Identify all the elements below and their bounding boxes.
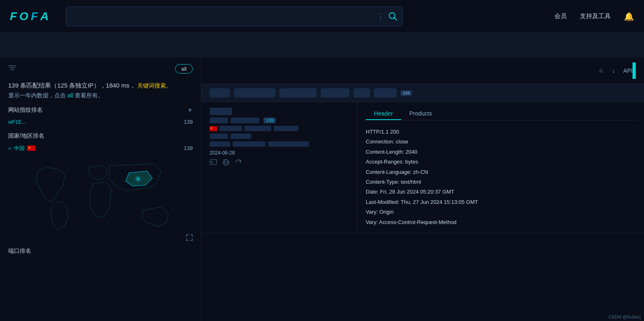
svg-point-15 [136, 177, 139, 180]
download-button[interactable]: ↓ [612, 67, 615, 74]
search-options-icon[interactable]: ⋮ [377, 12, 384, 21]
tab-products[interactable]: Products [401, 108, 440, 120]
filter-icon[interactable] [8, 65, 16, 73]
fingerprint-filter-icon[interactable]: ▼ [187, 107, 193, 113]
accept-ranges-header: Accept-Ranges: bytes [366, 157, 636, 166]
http-status: HTTP/1.1 200 [366, 127, 636, 136]
api-button[interactable]: API [623, 67, 632, 74]
search-input[interactable]: body="金斗云 Copyright" [71, 13, 377, 20]
result-left-panel: 139 [201, 102, 358, 233]
tabs-row: Header Products [366, 108, 636, 120]
sub-info2: 查看所有。 [75, 92, 104, 99]
search-bar: body="金斗云 Copyright" ⋮ [66, 7, 403, 26]
blurred-long1 [210, 141, 230, 147]
fingerprint-count: 139 [184, 119, 193, 125]
sidebar: all 139 条匹配结果（125 条独立IP），1840 ms， 关键词搜索。… [0, 58, 201, 321]
api-label: API [623, 67, 632, 74]
all-data-link[interactable]: all [67, 92, 73, 99]
result-flag-icon [210, 126, 217, 131]
fingerprint-name: wF1E... [8, 119, 26, 125]
result-right-panel: Header Products HTTP/1.1 200 Connection:… [358, 102, 644, 233]
nav-member[interactable]: 会员 [554, 12, 567, 20]
all-badge[interactable]: all [175, 64, 193, 74]
svg-point-10 [107, 178, 108, 178]
blurred-extra2 [231, 134, 251, 139]
blurred-long2 [233, 141, 265, 147]
result-second-row: 139 [210, 118, 349, 123]
favorite-button[interactable]: ☆ ☆ [598, 67, 604, 74]
sidebar-controls: all [8, 64, 193, 74]
result-action-icons [210, 159, 349, 167]
fingerprint-item[interactable]: wF1E... 139 [8, 117, 193, 127]
svg-line-1 [394, 18, 397, 20]
watermark: CSDN @0xSec| [608, 314, 641, 319]
results-panel: ☆ ☆ ↓ API 144 [201, 58, 644, 321]
results-actions: ☆ ☆ ↓ API [598, 67, 632, 74]
svg-rect-5 [18, 160, 183, 242]
notification-bell-icon[interactable]: 🔔 [624, 12, 634, 21]
world-map [8, 160, 193, 242]
star-icon: ☆ [598, 67, 604, 74]
svg-point-13 [161, 171, 162, 171]
result-count: 139 条匹配结果（125 条独立IP），1840 ms， [8, 82, 136, 89]
sub-info: 显示一年内数据，点击 [8, 92, 66, 99]
country-item-china[interactable]: ›› 中国 139 [8, 143, 193, 154]
svg-point-11 [125, 171, 126, 171]
result-card-top: 144 [201, 84, 644, 102]
vary-access-header: Vary: Access-Control-Request-Method [366, 217, 636, 227]
result-summary: 139 条匹配结果（125 条独立IP），1840 ms， 关键词搜索。 显示一… [8, 80, 193, 101]
result-ip-line [210, 108, 349, 115]
tab-header[interactable]: Header [366, 108, 401, 120]
logo[interactable]: F O F A [10, 10, 59, 23]
svg-point-12 [143, 178, 144, 178]
country-section-header: 国家/地区排名 [8, 132, 193, 140]
code-view-icon[interactable] [210, 159, 217, 167]
svg-point-8 [72, 178, 72, 178]
svg-point-9 [90, 171, 90, 171]
main-content: all 139 条匹配结果（125 条独立IP），1840 ms， 关键词搜索。… [0, 58, 644, 321]
keyword-search-link[interactable]: 关键词搜索。 [137, 82, 172, 89]
blurred-domain [231, 118, 259, 123]
count-link-badge[interactable]: 139 [263, 118, 276, 123]
expand-map-icon[interactable] [186, 234, 193, 242]
blurred-isp1 [219, 126, 242, 131]
nav-support[interactable]: 支持及工具 [580, 12, 611, 20]
globe-view-icon[interactable] [223, 159, 229, 167]
result-date: 2024-06-28 [210, 150, 349, 156]
blurred-extra1 [210, 134, 228, 139]
date-header: Date: Fri, 28 Jun 2024 05:20:37 GMT [366, 187, 636, 196]
cyan-panel [632, 62, 636, 79]
blurred-long3 [268, 141, 309, 147]
blurred-ip [210, 108, 232, 115]
result-main-card: 139 [201, 102, 644, 233]
download-icon: ↓ [612, 67, 615, 74]
sub-banner [0, 33, 644, 58]
header-content: HTTP/1.1 200 Connection: close Content-L… [366, 127, 636, 227]
fingerprint-title: 网站指纹排名 [8, 106, 43, 114]
svg-point-6 [36, 178, 37, 178]
vary-header: Vary: Origin [366, 207, 636, 217]
country-name: 中国 [14, 145, 25, 152]
svg-point-7 [54, 171, 55, 171]
svg-rect-16 [210, 159, 217, 164]
blurred-field-4 [321, 88, 349, 97]
chevron-right-icon: ›› [8, 145, 12, 151]
blurred-field-1 [210, 88, 230, 97]
result-count-badge: 144 [401, 90, 412, 96]
last-modified-header: Last-Modified: Thu, 27 Jun 2024 15:13:05… [366, 197, 636, 207]
result-long-row [210, 141, 349, 147]
blurred-port [210, 118, 228, 123]
country-title: 国家/地区排名 [8, 132, 44, 140]
blurred-field-5 [353, 88, 370, 97]
connection-header: Connection: close [366, 137, 636, 146]
china-flag-icon [27, 145, 35, 151]
logo-text: F [10, 10, 18, 23]
header-nav: 会员 支持及工具 🔔 [554, 12, 634, 21]
country-section: 国家/地区排名 ›› 中国 139 [8, 132, 193, 154]
result-extra-row [210, 134, 349, 139]
content-length-header: Content-Length: 2040 [366, 147, 636, 157]
search-button[interactable] [388, 12, 397, 21]
refresh-icon[interactable] [235, 159, 242, 167]
content-type-header: Content-Type: text/html [366, 177, 636, 187]
fingerprint-section-header: 网站指纹排名 ▼ [8, 106, 193, 114]
